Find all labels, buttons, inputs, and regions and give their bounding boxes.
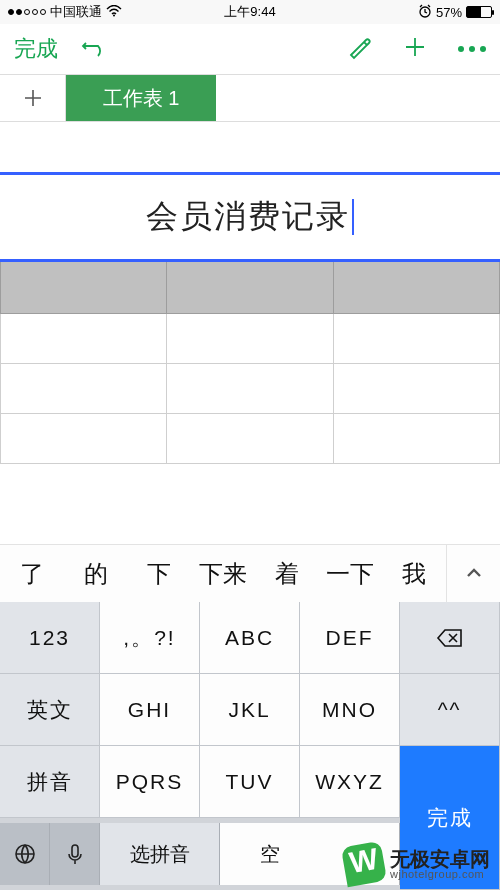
format-brush-button[interactable] [346,34,372,64]
candidate-word[interactable]: 的 [64,558,128,590]
svg-rect-3 [72,845,78,857]
candidate-word[interactable]: 我 [382,558,446,590]
table-row[interactable] [0,364,500,414]
space-key[interactable]: 空 [220,823,400,885]
key-pqrs[interactable]: PQRS [100,746,200,818]
toolbar: 完成 [0,24,500,74]
sheet-tab-1[interactable]: 工作表 1 [66,75,216,121]
add-sheet-button[interactable] [0,75,66,121]
battery-icon [466,6,492,18]
sheet-tab-spacer [216,75,500,121]
carrier-label: 中国联通 [50,3,102,21]
key-jkl[interactable]: JKL [200,674,300,746]
table-row[interactable] [0,314,500,364]
expand-candidates-button[interactable] [446,545,500,602]
signal-dots [8,9,46,15]
select-pinyin-key[interactable]: 选拼音 [100,823,220,885]
status-bar: 中国联通 上午9:44 57% [0,0,500,24]
backspace-key[interactable] [400,602,500,674]
undo-button[interactable] [80,33,108,65]
wifi-icon [106,5,122,20]
candidate-bar: 了 的 下 下来 着 一下 我 [0,544,500,602]
key-pinyin[interactable]: 拼音 [0,746,100,818]
globe-key[interactable] [0,823,50,885]
candidate-word[interactable]: 下来 [191,558,255,590]
key-punct[interactable]: ,。?! [100,602,200,674]
column-header-row[interactable] [0,262,500,314]
battery-pct: 57% [436,5,462,20]
candidate-word[interactable]: 了 [0,558,64,590]
more-button[interactable] [458,46,486,52]
table-row[interactable] [0,414,500,464]
candidate-word[interactable]: 着 [255,558,319,590]
key-def[interactable]: DEF [300,602,400,674]
done-button[interactable]: 完成 [14,34,58,64]
done-key[interactable]: 完成 [400,746,500,890]
key-mno[interactable]: MNO [300,674,400,746]
mic-key[interactable] [50,823,100,885]
keyboard: 了 的 下 下来 着 一下 我 123 ,。?! ABC DEF 英文 GHI … [0,544,500,890]
candidate-word[interactable]: 下 [127,558,191,590]
text-cursor [352,199,354,235]
key-123[interactable]: 123 [0,602,100,674]
spreadsheet-area[interactable]: 会员消费记录 [0,122,500,464]
key-abc[interactable]: ABC [200,602,300,674]
selected-cell[interactable]: 会员消费记录 [0,172,500,262]
sheet-tabs: 工作表 1 [0,74,500,122]
key-tuv[interactable]: TUV [200,746,300,818]
key-ghi[interactable]: GHI [100,674,200,746]
add-button[interactable] [402,34,428,64]
svg-point-0 [113,14,115,16]
alarm-icon [418,4,432,21]
key-caret[interactable]: ^^ [400,674,500,746]
key-wxyz[interactable]: WXYZ [300,746,400,818]
candidate-word[interactable]: 一下 [319,558,383,590]
cell-value: 会员消费记录 [146,195,350,239]
key-english[interactable]: 英文 [0,674,100,746]
